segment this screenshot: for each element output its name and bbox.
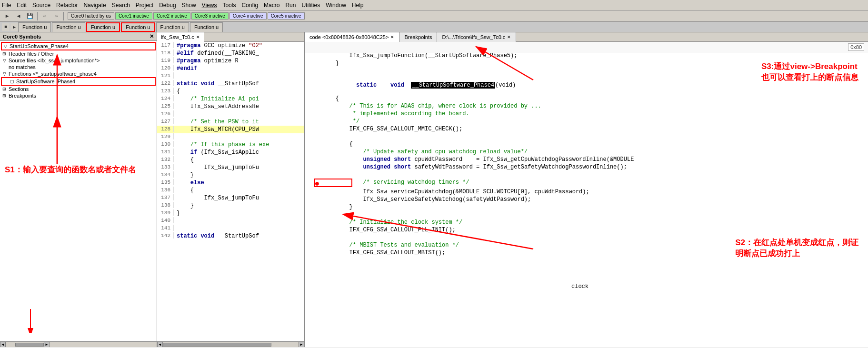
code-line-120: 120 #endif bbox=[157, 65, 304, 72]
right-line-content-cbrace: } bbox=[320, 204, 868, 210]
tree-func-startup4[interactable]: ▢ StartUpSoftware_Phase4 bbox=[1, 77, 156, 86]
menu-edit[interactable]: Edit bbox=[17, 2, 27, 9]
line-num-118: 118 bbox=[157, 50, 174, 56]
func-tab-1[interactable]: Function u bbox=[18, 22, 51, 32]
tree-item-startup-top: StartUpSoftware_Phase4 bbox=[10, 43, 69, 49]
menu-help[interactable]: Help bbox=[352, 2, 364, 9]
menu-run[interactable]: Run bbox=[285, 2, 296, 9]
menu-tools[interactable]: Tools bbox=[222, 2, 236, 9]
line-content-140 bbox=[174, 217, 304, 218]
mid-bottom-scrollbar[interactable]: ◀ ▶ bbox=[157, 341, 304, 347]
menu-views[interactable]: Views bbox=[202, 2, 217, 9]
menu-show[interactable]: Show bbox=[182, 2, 196, 9]
main-layout: Core0 Symbols ✕ ▽ StartUpSoftware_Phase4… bbox=[0, 32, 868, 347]
tree-search-result[interactable]: ▽ StartUpSoftware_Phase4 bbox=[1, 42, 156, 50]
menu-utilities[interactable]: Utilities bbox=[301, 2, 320, 9]
scroll-left[interactable]: ◀ bbox=[0, 342, 6, 348]
line-content-142: static void StartUpSof bbox=[174, 232, 304, 239]
right-tab-file-label: D:\...\Tricore\lfx_Ssw_Tc0.c bbox=[442, 34, 505, 40]
mid-file-tab[interactable]: lfx_Ssw_Tc0.c ✕ bbox=[157, 32, 204, 42]
tree-content: ▽ StartUpSoftware_Phase4 ⊞ Header files … bbox=[0, 41, 157, 334]
menu-search[interactable]: Search bbox=[112, 2, 130, 9]
tb-debug-1[interactable]: ■ bbox=[2, 23, 10, 31]
core2-inactive-tab[interactable]: Core2 inactive bbox=[153, 12, 190, 20]
menu-project[interactable]: Project bbox=[136, 2, 153, 9]
line-num-134: 134 bbox=[157, 171, 174, 178]
tree-functions[interactable]: ▽ Functions <*_startupsoftware_phase4 bbox=[1, 70, 156, 77]
menu-config[interactable]: Config bbox=[241, 2, 258, 9]
right-tab-code[interactable]: code <0x80048826-0x80048C25> ✕ bbox=[305, 32, 399, 42]
core5-inactive-tab[interactable]: Core5 inactive bbox=[268, 12, 305, 20]
tree-breakpoints[interactable]: ⊞ Breakpoints bbox=[1, 92, 156, 99]
tb-debug-2[interactable]: ▶ bbox=[10, 23, 18, 31]
func-tab-2[interactable]: Function u bbox=[52, 22, 85, 32]
code-line-118: 118 #elif defined(__TASKING_ bbox=[157, 50, 304, 57]
toolbar-open[interactable]: ◀ bbox=[13, 11, 24, 21]
core1-inactive-tab[interactable]: Core1 inactive bbox=[115, 12, 152, 20]
menu-navigate[interactable]: Navigate bbox=[83, 2, 106, 9]
right-tab-breakpoints[interactable]: Breakpoints bbox=[399, 32, 437, 42]
line-num-139: 139 bbox=[157, 209, 174, 216]
code-line-131: 131 if (Ifx_Ssw_isApplic bbox=[157, 149, 304, 156]
tree-source-files[interactable]: ▽ Source files <ifx_ssw_jumptofunction*> bbox=[1, 57, 156, 64]
func-tab-5[interactable]: Function u bbox=[156, 22, 189, 32]
right-tab-file-close[interactable]: ✕ bbox=[507, 35, 511, 40]
right-line-content-c3: */ bbox=[320, 118, 868, 125]
code-line-133: 133 Ifx_Ssw_jumpToFu bbox=[157, 164, 304, 171]
scroll-track-mid[interactable] bbox=[163, 343, 299, 347]
menu-file[interactable]: File bbox=[2, 2, 11, 9]
tree-sections-label: Sections bbox=[9, 86, 29, 92]
menu-macro[interactable]: Macro bbox=[264, 2, 279, 9]
right-tab-code-close[interactable]: ✕ bbox=[390, 35, 394, 40]
toolbar-save[interactable]: 💾 bbox=[25, 11, 35, 21]
scroll-right-mid[interactable]: ▶ bbox=[299, 342, 304, 348]
func-name-highlighted: __StartUpSoftware_Phase4 bbox=[411, 82, 495, 89]
func-tab-4[interactable]: Function u bbox=[121, 22, 155, 32]
tree-header-files[interactable]: ⊞ Header files / Other bbox=[1, 50, 156, 57]
code-line-127: 127 /* Set the PSW to it bbox=[157, 118, 304, 126]
mid-file-tab-close[interactable]: ✕ bbox=[196, 35, 200, 40]
scroll-right[interactable]: ▶ bbox=[44, 342, 50, 348]
func-tab-6[interactable]: Function u bbox=[190, 22, 223, 32]
right-code-area[interactable]: Ifx_Ssw_jumpToFunction(__StartUpSoftware… bbox=[305, 52, 868, 347]
line-num-142: 142 bbox=[157, 232, 174, 239]
mid-code-area[interactable]: 117 #pragma GCC optimize "O2" 118 #elif … bbox=[157, 42, 304, 341]
line-content-141 bbox=[174, 225, 304, 225]
toolbar-new[interactable]: ▶ bbox=[2, 11, 12, 21]
menu-source[interactable]: Source bbox=[32, 2, 50, 9]
expand-icon-2: ▽ bbox=[2, 58, 7, 63]
scroll-thumb[interactable] bbox=[15, 343, 44, 347]
toolbar-row1: ▶ ◀ 💾 ↩ ↪ Core0 halted by us Core1 inact… bbox=[0, 10, 868, 22]
menu-window[interactable]: Window bbox=[326, 2, 346, 9]
right-line-content-obrace: { bbox=[320, 141, 868, 148]
code-line-125: 125 Ifx_Ssw_setAddressRe bbox=[157, 103, 304, 110]
line-num-130: 130 bbox=[157, 141, 174, 147]
scroll-thumb-mid[interactable] bbox=[163, 343, 271, 347]
toolbar-redo[interactable]: ↪ bbox=[51, 11, 61, 21]
right-panel: code <0x80048826-0x80048C25> ✕ Breakpoin… bbox=[305, 32, 868, 347]
code-line-140: 140 bbox=[157, 217, 304, 225]
menu-debug[interactable]: Debug bbox=[159, 2, 176, 9]
right-tab-file[interactable]: D:\...\Tricore\lfx_Ssw_Tc0.c ✕ bbox=[437, 32, 516, 42]
line-num-119: 119 bbox=[157, 57, 174, 63]
left-panel-title-text: Core0 Symbols bbox=[3, 34, 41, 40]
line-num-138: 138 bbox=[157, 202, 174, 208]
core0-halted-tab[interactable]: Core0 halted by us bbox=[68, 12, 114, 20]
core3-inactive-tab[interactable]: Core3 inactive bbox=[191, 12, 229, 20]
core4-inactive-tab[interactable]: Core4 inactive bbox=[229, 12, 267, 20]
right-line-safety-wd: Ifx_Ssw_serviceSafetyWatchdog(safetyWdtP… bbox=[314, 196, 868, 204]
code-line-117: 117 #pragma GCC optimize "O2" bbox=[157, 42, 304, 50]
scroll-left-mid[interactable]: ◀ bbox=[157, 342, 163, 348]
toolbar-undo[interactable]: ↩ bbox=[40, 11, 50, 21]
line-content-126 bbox=[174, 110, 304, 111]
tree-func-startup4-label: StartUpSoftware_Phase4 bbox=[16, 79, 75, 84]
right-line-content-clock: /* Initialize the clock system */ bbox=[320, 219, 868, 226]
line-num-123: 123 bbox=[157, 88, 174, 94]
left-panel-close[interactable]: ✕ bbox=[150, 33, 154, 40]
left-panel: Core0 Symbols ✕ ▽ StartUpSoftware_Phase4… bbox=[0, 32, 157, 347]
func-tab-3[interactable]: Function u bbox=[86, 22, 120, 32]
right-line-content-mmic: IFX_CFG_SSW_CALLOUT_MMIC_CHECK(); bbox=[320, 126, 868, 132]
menu-refactor[interactable]: Refactor bbox=[56, 2, 78, 9]
left-scrollbar[interactable]: ◀ ▶ bbox=[0, 341, 157, 347]
tree-sections[interactable]: ⊞ Sections bbox=[1, 86, 156, 92]
